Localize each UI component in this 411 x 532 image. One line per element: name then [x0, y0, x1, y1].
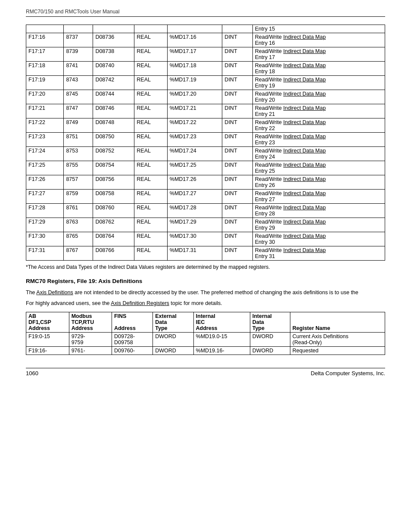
table-cell: REAL — [134, 175, 167, 190]
reg-col-ab: AB DF1,CSP Address — [26, 312, 69, 332]
table-row: F17:198743D08742REAL%MD17.19DINTRead/Wri… — [26, 76, 385, 90]
table-row: F17:308765D08764REAL%MD17.30DINTRead/Wri… — [26, 232, 385, 246]
table-cell: 8743 — [64, 76, 93, 90]
table-cell: %MD17.20 — [167, 90, 222, 104]
table-cell: 8757 — [64, 175, 93, 190]
section-para2: For highly advanced users, see the Axis … — [26, 299, 385, 308]
table-row: F17:168737D08736REAL%MD17.16DINTRead/Wri… — [26, 33, 385, 47]
table-cell: DINT — [222, 76, 252, 90]
table-row: F17:208745D08744REAL%MD17.20DINTRead/Wri… — [26, 90, 385, 104]
table-cell: DINT — [222, 47, 252, 62]
table-cell-description: Read/Write Indirect Data MapEntry 28 — [252, 204, 385, 218]
table-cell: DINT — [222, 118, 252, 133]
table-cell: 8749 — [64, 118, 93, 133]
table-cell: DINT — [222, 204, 252, 218]
table-cell: %MD17.17 — [167, 47, 222, 62]
page-number: 1060 — [26, 370, 38, 376]
table-cell: REAL — [134, 76, 167, 90]
table-cell: DINT — [222, 161, 252, 175]
table-cell-description: Read/Write Indirect Data MapEntry 31 — [252, 246, 385, 261]
table-cell: DINT — [222, 246, 252, 261]
reg-col-fins: FINS Address — [112, 312, 153, 332]
reg-table-cell: DWORD — [250, 346, 290, 355]
table-row: F17:288761D08760REAL%MD17.28DINTRead/Wri… — [26, 204, 385, 218]
reg-table-cell: DWORD — [153, 346, 193, 355]
table-cell: 8741 — [64, 62, 93, 76]
table-cell: D08756 — [93, 175, 134, 190]
reg-table-cell: F19:16- — [26, 346, 69, 355]
table-row: F17:298763D08762REAL%MD17.29DINTRead/Wri… — [26, 218, 385, 232]
table-cell: 8761 — [64, 204, 93, 218]
table-row: F17:258755D08754REAL%MD17.25DINTRead/Wri… — [26, 161, 385, 175]
table-cell: REAL — [134, 190, 167, 204]
table-cell: 8751 — [64, 133, 93, 147]
table-cell: F17:19 — [26, 76, 64, 90]
table-cell-description: Read/Write Indirect Data MapEntry 19 — [252, 76, 385, 90]
table-cell: DINT — [222, 33, 252, 47]
table-cell: REAL — [134, 133, 167, 147]
table-row: F17:248753D08752REAL%MD17.24DINTRead/Wri… — [26, 147, 385, 161]
table-cell: DINT — [222, 232, 252, 246]
reg-table-cell: %MD19.16- — [193, 346, 250, 355]
section-para1: The Axis Definitions are not intended to… — [26, 289, 385, 297]
table-cell: 8739 — [64, 47, 93, 62]
reg-col-int-iec: Internal IEC Address — [193, 312, 250, 332]
table-cell: DINT — [222, 175, 252, 190]
reg-col-modbus: Modbus TCP,RTU Address — [69, 312, 112, 332]
table-cell-description: Read/Write Indirect Data MapEntry 26 — [252, 175, 385, 190]
table-cell: DINT — [222, 62, 252, 76]
table-row: F17:318767D08766REAL%MD17.31DINTRead/Wri… — [26, 246, 385, 261]
table-cell: D08762 — [93, 218, 134, 232]
table-cell: D08754 — [93, 161, 134, 175]
table-cell: DINT — [222, 218, 252, 232]
table-cell: D08766 — [93, 246, 134, 261]
table-cell: DINT — [222, 90, 252, 104]
table-cell: D08740 — [93, 62, 134, 76]
table-cell: %MD17.18 — [167, 62, 222, 76]
table-cell: REAL — [134, 161, 167, 175]
table-cell: F17:28 — [26, 204, 64, 218]
table-cell: REAL — [134, 218, 167, 232]
table-cell: %MD17.30 — [167, 232, 222, 246]
table-cell: D08742 — [93, 76, 134, 90]
table-cell-description: Read/Write Indirect Data MapEntry 30 — [252, 232, 385, 246]
reg-table-cell: F19:0-15 — [26, 332, 69, 346]
reg-table-row: F19:0-159729- 9759D09728- D09758DWORD%MD… — [26, 332, 385, 346]
table-cell: F17:30 — [26, 232, 64, 246]
table-cell: REAL — [134, 104, 167, 118]
page-footer: 1060 Delta Computer Systems, Inc. — [26, 368, 385, 376]
table-cell: %MD17.23 — [167, 133, 222, 147]
table-cell-description: Read/Write Indirect Data MapEntry 24 — [252, 147, 385, 161]
table-cell: D08750 — [93, 133, 134, 147]
table-cell: 8767 — [64, 246, 93, 261]
table-row: F17:218747D08746REAL%MD17.21DINTRead/Wri… — [26, 104, 385, 118]
table-cell: DINT — [222, 133, 252, 147]
table-cell: 8765 — [64, 232, 93, 246]
reg-table-cell: Current Axis Definitions (Read-Only) — [290, 332, 385, 346]
table-cell: REAL — [134, 232, 167, 246]
table-cell: D08752 — [93, 147, 134, 161]
table-cell: %MD17.19 — [167, 76, 222, 90]
table-cell: 8755 — [64, 161, 93, 175]
table-cell: F17:25 — [26, 161, 64, 175]
table-cell: %MD17.21 — [167, 104, 222, 118]
reg-col-name: Register Name — [290, 312, 385, 332]
table-cell: F17:31 — [26, 246, 64, 261]
table-cell: D08760 — [93, 204, 134, 218]
table-cell-description: Read/Write Indirect Data MapEntry 21 — [252, 104, 385, 118]
reg-col-int-data: Internal Data Type — [250, 312, 290, 332]
reg-table-row: F19:16-9761-D09760-DWORD%MD19.16-DWORDRe… — [26, 346, 385, 355]
table-cell: %MD17.16 — [167, 33, 222, 47]
table-cell: F17:20 — [26, 90, 64, 104]
reg-col-ext-data: External Data Type — [153, 312, 193, 332]
reg-table-cell: Requested — [290, 346, 385, 355]
table-cell-description: Read/Write Indirect Data MapEntry 22 — [252, 118, 385, 133]
table-cell: DINT — [222, 104, 252, 118]
table-row: F17:268757D08756REAL%MD17.26DINTRead/Wri… — [26, 175, 385, 190]
table-cell-description: Read/Write Indirect Data MapEntry 17 — [252, 47, 385, 62]
table-cell: D08738 — [93, 47, 134, 62]
table-cell: 8745 — [64, 90, 93, 104]
table-row: F17:278759D08758REAL%MD17.27DINTRead/Wri… — [26, 190, 385, 204]
table-cell: F17:26 — [26, 175, 64, 190]
table-cell: %MD17.25 — [167, 161, 222, 175]
